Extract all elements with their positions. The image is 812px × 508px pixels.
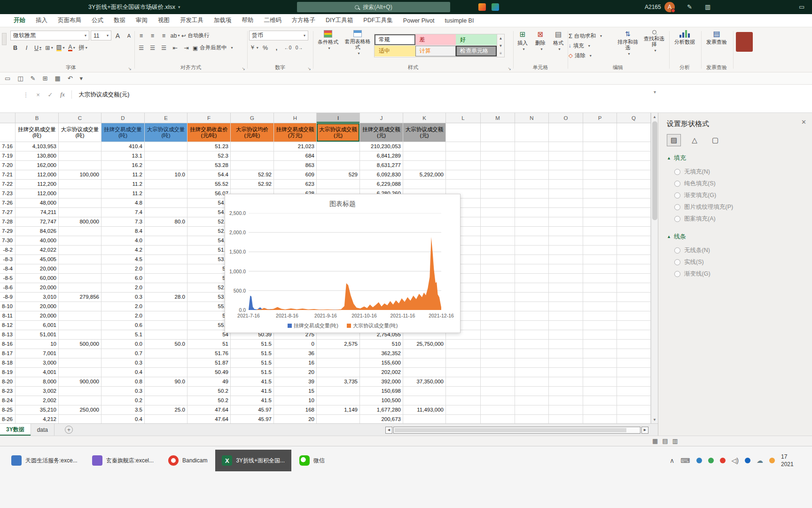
wrap-text-button[interactable]: ↩自动换行 bbox=[181, 31, 210, 40]
column-header-I[interactable]: I bbox=[317, 113, 360, 123]
tray-icon-3[interactable] bbox=[696, 458, 702, 463]
align-middle-icon[interactable]: ≡ bbox=[148, 31, 157, 40]
cell-D28[interactable]: 0.3 bbox=[102, 387, 145, 396]
align-center-icon[interactable]: ☰ bbox=[148, 43, 157, 53]
cell-I5[interactable]: 529 bbox=[317, 170, 360, 180]
pane-option-1-3[interactable]: 渐变填充(G) bbox=[667, 190, 812, 201]
cell-M29[interactable] bbox=[481, 396, 515, 405]
cell-O22[interactable] bbox=[549, 330, 583, 340]
cell-P11[interactable] bbox=[583, 227, 617, 236]
cell-N5[interactable] bbox=[515, 170, 549, 180]
cell-D16[interactable]: 6.0 bbox=[102, 274, 145, 283]
ribbon-tab-5[interactable]: 数据 bbox=[109, 14, 131, 27]
cell-D22[interactable]: 5.1 bbox=[102, 330, 145, 340]
cell-M8[interactable] bbox=[481, 198, 515, 208]
cell-Q10[interactable] bbox=[617, 217, 651, 227]
ribbon-tab-15[interactable]: Power Pivot bbox=[398, 14, 440, 27]
decrease-font-icon[interactable]: A bbox=[124, 31, 134, 40]
cell-Q30[interactable] bbox=[617, 405, 651, 415]
cell-D14[interactable]: 4.5 bbox=[102, 255, 145, 264]
column-header-G[interactable]: G bbox=[231, 113, 274, 123]
cell-A27[interactable]: 8-20 bbox=[0, 377, 16, 387]
cell-N21[interactable] bbox=[515, 321, 549, 330]
cell-E30[interactable]: 25.0 bbox=[145, 405, 187, 415]
search-box[interactable]: 搜索(Alt+Q) bbox=[297, 2, 450, 12]
cell-F31[interactable]: 47.64 bbox=[187, 415, 231, 423]
cancel-entry-icon[interactable]: × bbox=[32, 91, 44, 98]
close-icon[interactable]: ✕ bbox=[801, 119, 806, 126]
decrease-decimal-icon[interactable]: 0→ bbox=[294, 43, 304, 53]
addin-icon[interactable] bbox=[478, 3, 486, 11]
cell-B10[interactable]: 72,747 bbox=[16, 217, 59, 227]
cell-O12[interactable] bbox=[549, 236, 583, 246]
cell-P17[interactable] bbox=[583, 283, 617, 293]
cell-J31[interactable]: 200,673 bbox=[360, 415, 403, 423]
taskbar-app-4[interactable]: 3Y折线+面积全国... bbox=[215, 450, 291, 471]
ribbon-tab-13[interactable]: DIY工具箱 bbox=[320, 14, 358, 27]
cell-Q20[interactable] bbox=[617, 311, 651, 321]
cell-K25[interactable] bbox=[403, 358, 446, 368]
confirm-entry-icon[interactable]: ✓ bbox=[44, 91, 56, 98]
cell-E24[interactable] bbox=[145, 349, 187, 358]
format-as-table-button[interactable]: 套用表格格式 ▾ bbox=[343, 30, 372, 56]
cell-E7[interactable] bbox=[145, 189, 187, 198]
cell-K28[interactable] bbox=[403, 387, 446, 396]
cell-A3[interactable]: 7-19 bbox=[0, 151, 16, 161]
cell-style-5[interactable]: 计算 bbox=[415, 46, 456, 56]
decrease-indent-icon[interactable]: ⇤ bbox=[170, 43, 180, 53]
cell-O17[interactable] bbox=[549, 283, 583, 293]
borders-button[interactable]: ⊞▾ bbox=[44, 43, 54, 53]
chart-title[interactable]: 图表标题 bbox=[225, 200, 460, 208]
cell-C28[interactable] bbox=[59, 387, 102, 396]
cell-Q21[interactable] bbox=[617, 321, 651, 330]
ribbon-tab-8[interactable]: 开发工具 bbox=[175, 14, 209, 27]
cell-J25[interactable]: 155,600 bbox=[360, 358, 403, 368]
cell-A4[interactable]: 7-20 bbox=[0, 161, 16, 170]
cell-O2[interactable] bbox=[549, 142, 583, 151]
cell-I24[interactable] bbox=[317, 349, 360, 358]
cell-B24[interactable]: 7,001 bbox=[16, 349, 59, 358]
cell-L2[interactable] bbox=[446, 142, 481, 151]
taskbar-app-2[interactable]: 玄秦旗舰店:excel... bbox=[86, 450, 160, 471]
pane-option-2-1[interactable]: 无线条(N) bbox=[667, 245, 812, 256]
cell-E16[interactable] bbox=[145, 274, 187, 283]
tray-icon-5[interactable] bbox=[720, 458, 726, 463]
analyze-data-button[interactable]: 分析数据 bbox=[670, 30, 699, 45]
cell-O26[interactable] bbox=[549, 368, 583, 377]
cell-D18[interactable]: 0.3 bbox=[102, 293, 145, 302]
orientation-icon[interactable]: ab▾ bbox=[170, 31, 180, 40]
column-header-E[interactable]: E bbox=[145, 113, 187, 123]
formula-input[interactable]: 大宗协议成交额(元) bbox=[78, 91, 129, 99]
cell-M27[interactable] bbox=[481, 377, 515, 387]
addin-button-clipped[interactable] bbox=[736, 32, 753, 52]
cell-C20[interactable] bbox=[59, 311, 102, 321]
cell-D5[interactable]: 11.2 bbox=[102, 170, 145, 180]
scroll-up-icon[interactable]: ▲ bbox=[651, 113, 658, 120]
cell-C19[interactable] bbox=[59, 302, 102, 311]
cell-E17[interactable] bbox=[145, 283, 187, 293]
cell-J5[interactable]: 6,092,830 bbox=[360, 170, 403, 180]
cell-B23[interactable]: 10 bbox=[16, 340, 59, 349]
merge-center-button[interactable]: ▣合并后居中▾ bbox=[193, 43, 233, 53]
cell-O19[interactable] bbox=[549, 302, 583, 311]
cell-Q29[interactable] bbox=[617, 396, 651, 405]
cell-Q14[interactable] bbox=[617, 255, 651, 264]
cell-A25[interactable]: 8-18 bbox=[0, 358, 16, 368]
cell-O21[interactable] bbox=[549, 321, 583, 330]
cell-B17[interactable]: 20,000 bbox=[16, 283, 59, 293]
cell-O24[interactable] bbox=[549, 349, 583, 358]
header-cell-C[interactable]: 大宗协议成交量(吨) bbox=[59, 123, 102, 142]
cell-K23[interactable]: 25,750,000 bbox=[403, 340, 446, 349]
cell-F26[interactable]: 50.49 bbox=[187, 368, 231, 377]
scroll-down-icon[interactable]: ▼ bbox=[651, 416, 658, 423]
cell-Q8[interactable] bbox=[617, 198, 651, 208]
cell-B2[interactable]: 4,103,953 bbox=[16, 142, 59, 151]
column-header-D[interactable]: D bbox=[102, 113, 145, 123]
cell-E6[interactable] bbox=[145, 180, 187, 189]
cell-M24[interactable] bbox=[481, 349, 515, 358]
cell-N28[interactable] bbox=[515, 387, 549, 396]
tray-icon-4[interactable] bbox=[708, 458, 714, 463]
column-header-L[interactable]: L bbox=[446, 113, 481, 123]
cell-M14[interactable] bbox=[481, 255, 515, 264]
drawing-tool-icon-3[interactable]: ✎ bbox=[31, 75, 36, 82]
